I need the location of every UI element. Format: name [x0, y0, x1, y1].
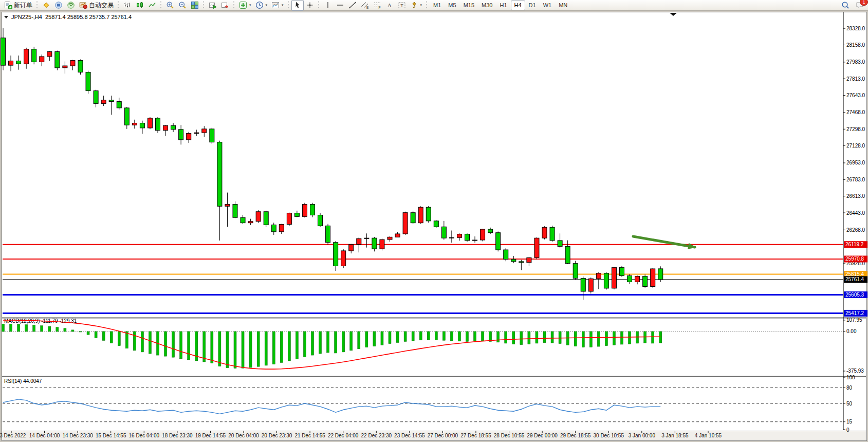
toolbar-button-zoom-in[interactable] [164, 0, 176, 11]
autotrading-icon [79, 1, 87, 9]
vline-icon [324, 1, 332, 9]
toolbar-button-bar-chart[interactable] [121, 0, 134, 11]
time-tick-label: 30 Dec 10:55 [594, 433, 624, 438]
toolbar-button-trendline[interactable] [346, 0, 359, 11]
tester-icon [67, 1, 75, 9]
textlabel-icon: T [398, 1, 406, 9]
time-tick-label: 3 Jan 00:00 [629, 433, 655, 438]
time-tick-label: 23 Dec 14:55 [394, 433, 425, 438]
toolbar-button-notifications[interactable]: 1 [854, 0, 866, 11]
toolbar-button-text-label[interactable]: T [396, 0, 408, 11]
toolbar-button-vertical-line[interactable] [322, 0, 334, 11]
toolbar-button-metaeditor[interactable] [40, 0, 52, 11]
symbol-period-label: JPN225-,H4 [11, 14, 42, 20]
toolbar-button-text[interactable]: A [383, 0, 396, 11]
shapes-icon [410, 1, 418, 9]
time-tick-label: 20 Dec 23:30 [262, 433, 292, 438]
neworder-icon [4, 1, 12, 9]
toolbar-group-separator [159, 1, 163, 9]
timeframe-button-d1[interactable]: D1 [525, 1, 540, 10]
linechart-icon [148, 1, 156, 9]
toolbar-button-arrows[interactable]: ▾ [408, 0, 424, 11]
time-tick-label: 28 Dec 10:55 [494, 433, 525, 438]
shift-icon [221, 1, 229, 9]
fibo-icon: F [373, 1, 381, 9]
timeframe-button-m5[interactable]: M5 [445, 1, 459, 10]
toolbar-group-separator [287, 1, 290, 9]
time-tick-label: 22 Dec 23:30 [361, 433, 392, 438]
time-tick-label: 29 Dec 18:55 [560, 433, 591, 438]
svg-text:E: E [366, 6, 369, 9]
terminal-icon [54, 1, 63, 9]
dropdown-arrow-icon[interactable]: ▾ [282, 3, 284, 7]
dropdown-arrow-icon[interactable]: ▾ [420, 3, 422, 7]
svg-text:A: A [387, 2, 392, 8]
svg-text:F: F [378, 6, 380, 9]
toolbar-button-terminal[interactable] [52, 0, 65, 11]
metatrader-app: 新订单自动交易▾▾▾EFAT▾M1M5M15M30H1H4D1W1MN1 JPN… [0, 0, 868, 442]
toolbar-button-candle-chart[interactable] [134, 0, 146, 11]
channel-icon: E [361, 1, 369, 9]
crosshair-icon [306, 1, 314, 9]
autoscroll-icon [209, 1, 217, 9]
macd-label: MACD(12,26,9) -111.79 -129.31 [4, 318, 77, 324]
ohlc-values: 25871.4 25895.8 25735.7 25761.4 [45, 14, 132, 20]
timeframe-button-m15[interactable]: M15 [460, 1, 478, 10]
time-tick-label: 19 Dec 14:55 [195, 433, 226, 438]
svg-text:T: T [400, 3, 403, 8]
timeframe-button-m30[interactable]: M30 [478, 1, 496, 10]
time-axis[interactable]: 13 Dec 202214 Dec 04:0014 Dec 23:3015 De… [2, 431, 866, 440]
toolbar-button-equidistant-channel[interactable]: E [359, 0, 371, 11]
chart-title-bar: JPN225-,H4 25871.4 25895.8 25735.7 25761… [4, 14, 132, 20]
chart-menu-icon[interactable] [4, 16, 8, 19]
toolbar-group-separator [202, 1, 206, 9]
time-tick-label: 20 Dec 04:00 [228, 433, 259, 438]
timeframe-button-mn[interactable]: MN [555, 1, 571, 10]
zoomout-icon [178, 1, 187, 9]
toolbar-button-autotrading[interactable]: 自动交易 [77, 0, 116, 11]
texta-icon: A [385, 1, 394, 9]
time-tick-label: 27 Dec 18:55 [460, 433, 491, 438]
toolbar-button-search[interactable] [839, 0, 852, 11]
timeframe-button-m1[interactable]: M1 [430, 1, 445, 10]
main-toolbar: 新订单自动交易▾▾▾EFAT▾M1M5M15M30H1H4D1W1MN1 [0, 0, 868, 11]
toolbar-button-chart-shift[interactable] [219, 0, 231, 11]
toolbar-button-fibonacci[interactable]: F [371, 0, 383, 11]
time-tick-label: 14 Dec 23:30 [62, 433, 93, 438]
time-tick-label: 15 Dec 14:55 [96, 433, 126, 438]
timeframe-button-w1[interactable]: W1 [540, 1, 556, 10]
toolbar-button-indicators[interactable]: ▾ [237, 0, 253, 11]
time-tick-label: 3 Jan 18:55 [661, 433, 688, 438]
time-tick-label: 13 Dec 2022 [0, 433, 26, 438]
time-tick-label: 4 Jan 10:55 [695, 433, 722, 438]
notification-badge: 1 [860, 0, 868, 6]
toolbar-group-separator [425, 1, 429, 9]
time-tick-label: 27 Dec 00:00 [428, 433, 458, 438]
metaeditor-icon [42, 1, 50, 9]
toolbar-button-crosshair[interactable] [304, 0, 316, 11]
toolbar-button-auto-scroll[interactable] [207, 0, 219, 11]
toolbar-button-periods[interactable]: ▾ [253, 0, 270, 11]
dropdown-arrow-icon[interactable]: ▾ [266, 3, 268, 7]
toolbar-button-label: 新订单 [14, 1, 32, 10]
timeframe-button-h1[interactable]: H1 [496, 1, 510, 10]
periods-icon [255, 1, 264, 9]
toolbar-button-horizontal-line[interactable] [334, 0, 346, 11]
cursor-icon [293, 1, 302, 9]
toolbar-button-templates[interactable]: ▾ [269, 0, 286, 11]
indicators-icon [239, 1, 247, 9]
time-tick-label: 14 Dec 04:00 [29, 433, 60, 438]
toolbar-group-separator [117, 1, 120, 9]
toolbar-button-zoom-out[interactable] [176, 0, 189, 11]
time-tick-label: 22 Dec 04:00 [328, 433, 359, 438]
toolbar-button-new-order[interactable]: 新订单 [2, 0, 34, 11]
trendline-icon [348, 1, 357, 9]
toolbar-button-tile-windows[interactable] [189, 0, 201, 11]
toolbar-button-strategy-tester[interactable] [65, 0, 77, 11]
toolbar-button-cursor[interactable] [291, 0, 304, 11]
toolbar-button-line-chart[interactable] [146, 0, 158, 11]
timeframe-button-h4[interactable]: H4 [511, 1, 525, 10]
dropdown-arrow-icon[interactable]: ▾ [249, 3, 251, 7]
time-tick-label: 29 Dec 00:00 [527, 433, 558, 438]
chart-window [2, 12, 867, 441]
